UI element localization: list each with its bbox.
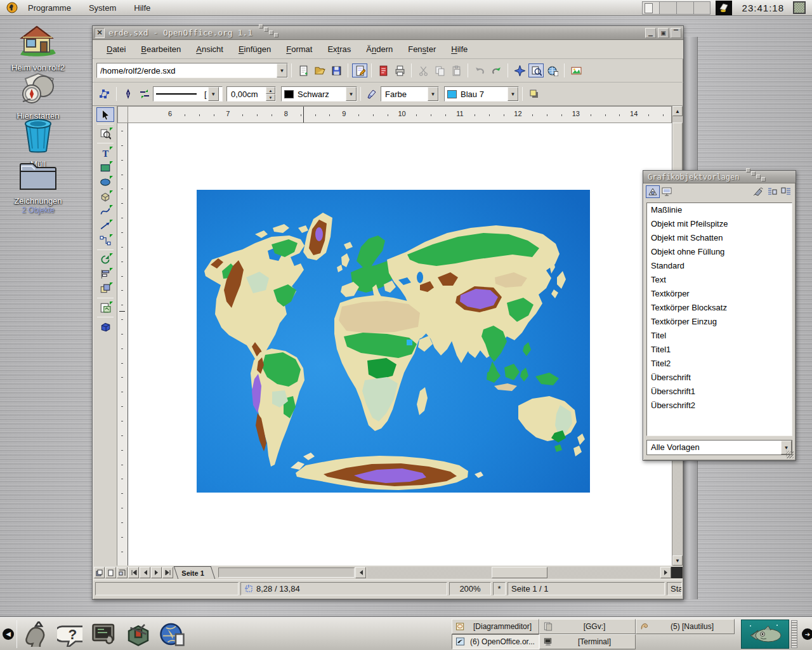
style-item[interactable]: Titel — [647, 329, 792, 343]
url-dropdown-icon[interactable]: ▼ — [277, 63, 287, 77]
task-button-ggv[interactable]: [GGv:] — [539, 619, 636, 634]
style-item[interactable]: Textkörper Blocksatz — [647, 301, 792, 315]
ellipse-icon[interactable] — [96, 175, 114, 189]
graphics-icon[interactable] — [545, 63, 560, 77]
style-item[interactable]: Titel2 — [647, 357, 792, 371]
page-tab-seite1[interactable]: Seite 1 — [174, 566, 216, 579]
panel-hide-right-icon[interactable]: ➔ — [802, 628, 812, 640]
panel-menu-programme[interactable]: Programme — [19, 0, 80, 15]
line-width-spinner[interactable]: 0,00cm ▲▼ — [226, 86, 276, 102]
scroll-right-icon[interactable] — [660, 567, 671, 578]
style-item[interactable]: Überschrift1 — [647, 385, 792, 399]
fill-color-combobox[interactable]: Blau 7 ▼ — [444, 86, 519, 102]
fill-mode-icon[interactable] — [751, 185, 765, 198]
shadow-icon[interactable] — [527, 87, 542, 101]
start-here-icon[interactable] — [3, 71, 73, 109]
minimize-icon[interactable]: ▁ — [645, 28, 656, 38]
style-filter-value[interactable]: Alle Vorlagen — [647, 441, 781, 454]
master-mode-icon[interactable] — [105, 567, 116, 578]
new-style-icon[interactable] — [765, 185, 779, 198]
trash-icon[interactable] — [3, 116, 73, 157]
next-page-icon[interactable] — [151, 567, 162, 578]
print-icon[interactable] — [392, 63, 407, 77]
style-item[interactable]: Objekt mit Schatten — [647, 231, 792, 245]
line-attributes-icon[interactable] — [121, 87, 136, 101]
width-down-icon[interactable]: ▼ — [266, 94, 275, 101]
area-style-icon[interactable] — [365, 87, 380, 101]
panel-drag-handle[interactable] — [791, 620, 797, 648]
fill-type-combobox[interactable]: Farbe ▼ — [381, 86, 439, 102]
text-icon[interactable]: T — [96, 145, 114, 160]
toolbox-icon[interactable] — [124, 620, 153, 649]
panel-menu-hilfe[interactable]: Hilfe — [125, 0, 159, 15]
menu-bearbeiten[interactable]: Bearbeiten — [133, 42, 188, 56]
menu-hilfe[interactable]: Hilfe — [443, 42, 475, 56]
layer-mode-icon[interactable] — [117, 567, 128, 578]
style-item[interactable]: Titel1 — [647, 343, 792, 357]
home-icon[interactable] — [3, 22, 73, 61]
task-button-6openofficeor[interactable]: (6) OpenOffice.or... — [452, 634, 539, 649]
zoom-doc-icon[interactable] — [528, 63, 544, 77]
fill-color-dropdown-icon[interactable]: ▼ — [508, 87, 518, 101]
zoom-page-icon[interactable] — [96, 126, 114, 141]
style-item[interactable]: Standard — [647, 259, 792, 273]
desktop-icon-hier-starten[interactable]: Hier starten — [3, 71, 73, 121]
splitter-left-icon[interactable] — [355, 567, 366, 578]
open-folder-icon[interactable] — [312, 63, 327, 77]
close-icon[interactable]: ✕ — [95, 28, 105, 38]
line-arrow-icon[interactable] — [96, 218, 114, 233]
style-item[interactable]: Text — [647, 273, 792, 287]
gallery-icon[interactable] — [568, 63, 584, 77]
line-color-value[interactable]: Schwarz — [294, 90, 333, 99]
width-up-icon[interactable]: ▲ — [266, 87, 275, 94]
navigator-icon[interactable] — [512, 63, 527, 77]
workspace-4[interactable] — [693, 1, 710, 15]
task-button-terminal[interactable]: [Terminal] — [539, 634, 636, 649]
rotate-icon[interactable] — [96, 252, 114, 267]
menu-ndern[interactable]: Ändern — [358, 42, 400, 56]
folder-icon[interactable] — [3, 159, 73, 194]
horizontal-ruler[interactable]: 67891011121314 — [128, 106, 672, 123]
fill-type-dropdown-icon[interactable]: ▼ — [428, 87, 438, 101]
style-item[interactable]: Maßlinie — [647, 203, 792, 217]
maximize-icon[interactable]: ▣ — [658, 28, 669, 38]
edit-file-icon[interactable] — [352, 63, 367, 77]
arrow-style-icon[interactable] — [137, 87, 152, 101]
update-style-icon[interactable] — [779, 185, 793, 198]
menu-format[interactable]: Format — [278, 42, 320, 56]
task-button-diagrammeditor[interactable]: [Diagrammeditor] — [452, 619, 539, 634]
ooo-titlebar[interactable]: ✕ erde.sxd - OpenOffice.org 1.1 ▁ ▣ ▔ — [93, 26, 683, 40]
hscroll-thumb[interactable] — [492, 567, 547, 578]
fill-type-value[interactable]: Farbe — [381, 90, 410, 99]
line-width-value[interactable]: 0,00cm — [227, 90, 262, 99]
controller3d-icon[interactable] — [96, 319, 114, 334]
style-item[interactable]: Objekt mit Pfeilspitze — [647, 217, 792, 231]
url-input[interactable] — [97, 63, 277, 77]
style-item[interactable]: Objekt ohne Füllung — [647, 245, 792, 259]
menu-datei[interactable]: Datei — [99, 42, 133, 56]
redo-icon[interactable] — [488, 63, 504, 77]
workspace-2[interactable] — [659, 1, 676, 15]
hscroll-track[interactable] — [367, 567, 660, 578]
object3d-icon[interactable] — [96, 189, 114, 204]
arrange-icon[interactable] — [96, 281, 114, 296]
fish-applet[interactable] — [741, 620, 789, 649]
vertical-ruler[interactable] — [117, 123, 128, 566]
task-button-5nautilus[interactable]: (5) [Nautilus] — [636, 619, 735, 634]
presentation-styles-icon[interactable] — [660, 185, 674, 198]
rect-icon[interactable] — [96, 160, 114, 175]
workspace-pager[interactable] — [642, 1, 710, 15]
page-mode-icon[interactable] — [94, 567, 105, 578]
edit-points-icon[interactable] — [97, 87, 112, 101]
export-pdf-icon[interactable] — [376, 63, 391, 77]
insert-icon[interactable] — [96, 300, 114, 315]
scroll-up-icon[interactable]: ▲ — [672, 106, 683, 116]
gnome-foot-icon[interactable] — [5, 1, 19, 14]
panel-clock[interactable]: 23:41:18 — [736, 3, 790, 13]
desktop-icon-zeichnungen[interactable]: Zeichnungen2 Objekte — [3, 159, 73, 215]
drawing-canvas[interactable] — [128, 123, 672, 566]
menu-extras[interactable]: Extras — [320, 42, 358, 56]
line-color-dropdown-icon[interactable]: ▼ — [346, 87, 357, 101]
style-item[interactable]: Überschrift — [647, 371, 792, 385]
graphic-styles-icon[interactable] — [646, 185, 660, 198]
